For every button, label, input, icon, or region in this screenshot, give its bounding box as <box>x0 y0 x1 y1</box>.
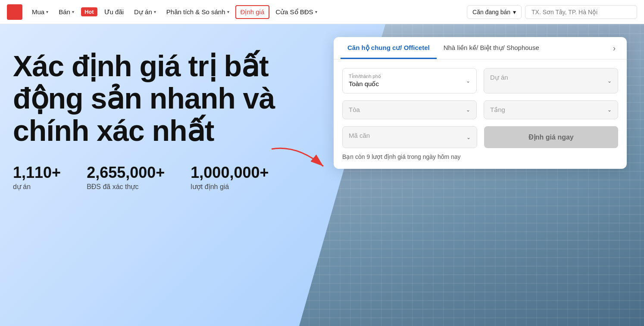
logo[interactable] <box>7 4 22 20</box>
nav-mua-label: Mua <box>32 8 44 16</box>
nav-dinh-gia[interactable]: Định giá <box>235 5 270 19</box>
select-du-an-chevron: ⌄ <box>607 78 612 84</box>
nav-can-dang-ban-chevron: ▾ <box>513 9 516 16</box>
select-du-an-value: Dự án <box>490 74 508 81</box>
stat-du-an-label: dự án <box>13 183 61 191</box>
stat-luot-number: 1,000,000+ <box>191 164 269 182</box>
select-tinh-chevron: ⌄ <box>466 78 470 84</box>
nav-ban-chevron: ▾ <box>72 9 74 14</box>
select-tang-chevron: ⌄ <box>607 107 612 113</box>
nav-can-dang-ban-label: Căn đang bán <box>472 9 510 16</box>
hero-title-line2: động sản nhanh và <box>13 82 275 115</box>
stat-luot-label: lượt định giá <box>191 183 269 191</box>
stat-du-an-number: 1,110+ <box>13 164 61 182</box>
nav-mua-chevron: ▾ <box>46 9 48 14</box>
navbar: Mua ▾ Bán ▾ Hot Ưu đãi Dự án ▾ Phân tích… <box>0 0 644 24</box>
nav-ban-label: Bán <box>59 8 70 16</box>
form-row-1: Tỉnh/thành phố Toàn quốc ⌄ Dự án ⌄ <box>342 68 618 93</box>
select-ma-can-value: Mã căn <box>349 132 370 139</box>
stat-luot: 1,000,000+ lượt định giá <box>191 164 269 191</box>
btn-dinh-gia-ngay[interactable]: Định giá ngay <box>484 126 618 148</box>
nav-phan-tich-label: Phân tích & So sánh <box>166 8 225 16</box>
nav-cua-so-chevron: ▾ <box>315 9 317 14</box>
nav-mua[interactable]: Mua ▾ <box>28 5 53 19</box>
stat-bds: 2,655,000+ BĐS đã xác thực <box>87 164 165 191</box>
select-du-an[interactable]: Dự án ⌄ <box>484 68 618 93</box>
panel-note: Bạn còn 9 lượt định giá trong ngày hôm n… <box>334 148 627 160</box>
stat-bds-number: 2,655,000+ <box>87 164 165 182</box>
tab-nha-lien-ke-label: Nhà liền kề/ Biệt thự/ Shophouse <box>444 44 539 51</box>
hero-section: Xác định giá trị bất động sản nhanh và c… <box>0 24 644 326</box>
arrow-indicator <box>263 140 332 175</box>
select-toa[interactable]: Tòa ⌄ <box>342 100 477 119</box>
stat-bds-label: BĐS đã xác thực <box>87 183 165 191</box>
nav-phan-tich-chevron: ▾ <box>227 9 229 14</box>
hero-title-line1: Xác định giá trị bất <box>13 50 269 82</box>
select-ma-can-chevron: ⌄ <box>466 134 471 140</box>
select-ma-can[interactable]: Mã căn ⌄ <box>342 126 477 148</box>
nav-phan-tich[interactable]: Phân tích & So sánh ▾ <box>162 5 234 19</box>
nav-right: Căn đang bán ▾ <box>467 5 637 19</box>
nav-search-input[interactable] <box>525 5 637 19</box>
select-tinh[interactable]: Tỉnh/thành phố Toàn quốc ⌄ <box>342 68 477 93</box>
nav-cua-so[interactable]: Cửa Sổ BĐS ▾ <box>271 5 321 19</box>
btn-dinh-gia-label: Định giá ngay <box>528 134 573 141</box>
hero-title-line3: chính xác nhất <box>13 114 214 147</box>
nav-cua-so-label: Cửa Sổ BĐS <box>275 8 313 16</box>
tab-can-ho[interactable]: Căn hộ chung cư/ Officetel <box>341 37 437 59</box>
nav-du-an[interactable]: Dự án ▾ <box>130 5 160 19</box>
hero-content: Xác định giá trị bất động sản nhanh và c… <box>13 50 275 191</box>
nav-du-an-chevron: ▾ <box>154 9 156 14</box>
tab-can-ho-label: Căn hộ chung cư/ Officetel <box>347 44 430 51</box>
nav-dinh-gia-label: Định giá <box>241 8 265 16</box>
panel-tabs: Căn hộ chung cư/ Officetel Nhà liền kề/ … <box>334 37 627 59</box>
panel-form: Tỉnh/thành phố Toàn quốc ⌄ Dự án ⌄ <box>334 59 627 148</box>
select-tinh-value: Toàn quốc <box>349 80 379 88</box>
tab-more[interactable]: › <box>609 37 620 59</box>
stat-du-an: 1,110+ dự án <box>13 164 61 191</box>
nav-ban[interactable]: Bán ▾ <box>54 5 78 19</box>
tab-nha-lien-ke[interactable]: Nhà liền kề/ Biệt thự/ Shophouse <box>437 37 546 59</box>
hero-stats: 1,110+ dự án 2,655,000+ BĐS đã xác thực … <box>13 164 275 191</box>
nav-du-an-label: Dự án <box>134 8 152 16</box>
nav-can-dang-ban[interactable]: Căn đang bán ▾ <box>467 5 522 19</box>
form-row-2: Tòa ⌄ Tầng ⌄ <box>342 100 618 119</box>
dinh-gia-panel: Căn hộ chung cư/ Officetel Nhà liền kề/ … <box>334 37 627 169</box>
select-toa-chevron: ⌄ <box>466 107 470 113</box>
select-tang-value: Tầng <box>490 106 505 114</box>
select-tang[interactable]: Tầng ⌄ <box>484 100 618 119</box>
nav-hot-badge[interactable]: Hot <box>81 7 97 16</box>
select-toa-value: Tòa <box>349 106 360 113</box>
nav-uu-dai[interactable]: Ưu đãi <box>100 5 128 19</box>
nav-uu-dai-label: Ưu đãi <box>104 8 124 16</box>
form-row-3: Mã căn ⌄ Định giá ngay <box>342 126 618 148</box>
select-tinh-label: Tỉnh/thành phố <box>349 74 381 79</box>
hero-title: Xác định giá trị bất động sản nhanh và c… <box>13 50 275 146</box>
